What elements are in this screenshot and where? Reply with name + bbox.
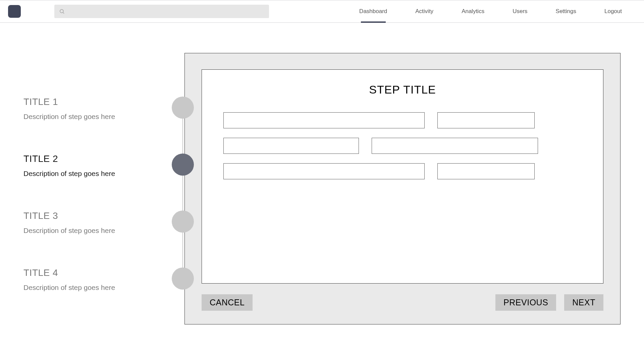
step-desc: Description of step goes here xyxy=(23,113,184,121)
nav-dashboard[interactable]: Dashboard xyxy=(345,0,401,22)
header: Dashboard Activity Analytics Users Setti… xyxy=(0,0,644,23)
nav-activity[interactable]: Activity xyxy=(401,0,447,22)
search-icon xyxy=(59,8,65,14)
svg-line-1 xyxy=(63,12,64,13)
step-desc: Description of step goes here xyxy=(23,284,184,292)
nav-logout[interactable]: Logout xyxy=(590,0,636,22)
step-item-3[interactable]: TITLE 3 Description of step goes here xyxy=(23,210,184,235)
step-desc: Description of step goes here xyxy=(23,227,184,235)
search-container[interactable] xyxy=(54,5,269,18)
step-dot xyxy=(172,267,194,290)
previous-button[interactable]: PREVIOUS xyxy=(495,294,556,311)
search-input[interactable] xyxy=(67,9,264,14)
main: TITLE 1 Description of step goes here TI… xyxy=(0,23,644,324)
form-row-2 xyxy=(223,138,582,154)
step-title: TITLE 2 xyxy=(23,154,184,164)
form-row-3 xyxy=(223,163,582,179)
form-title: STEP TITLE xyxy=(223,83,582,96)
form-field-1[interactable] xyxy=(223,112,425,128)
step-dot xyxy=(172,97,194,119)
step-title: TITLE 4 xyxy=(23,267,184,278)
form-field-5[interactable] xyxy=(223,163,425,179)
step-dot xyxy=(172,210,194,233)
next-button[interactable]: NEXT xyxy=(564,294,603,311)
step-desc: Description of step goes here xyxy=(23,170,184,178)
step-title: TITLE 3 xyxy=(23,210,184,221)
svg-point-0 xyxy=(60,9,63,13)
content-panel: STEP TITLE CANCEL PREVIOUS NEXT xyxy=(184,53,621,324)
button-row: CANCEL PREVIOUS NEXT xyxy=(202,294,603,311)
nav-analytics[interactable]: Analytics xyxy=(447,0,498,22)
form-field-2[interactable] xyxy=(437,112,535,128)
nav-users[interactable]: Users xyxy=(498,0,541,22)
step-dot xyxy=(172,154,194,176)
steps-sidebar: TITLE 1 Description of step goes here TI… xyxy=(23,53,184,324)
form-card: STEP TITLE xyxy=(202,69,603,284)
step-item-1[interactable]: TITLE 1 Description of step goes here xyxy=(23,97,184,121)
nav-links: Dashboard Activity Analytics Users Setti… xyxy=(345,0,636,22)
cancel-button[interactable]: CANCEL xyxy=(202,294,253,311)
form-field-6[interactable] xyxy=(437,163,535,179)
step-item-2[interactable]: TITLE 2 Description of step goes here xyxy=(23,154,184,178)
form-field-3[interactable] xyxy=(223,138,359,154)
step-connector-line xyxy=(182,107,183,274)
step-item-4[interactable]: TITLE 4 Description of step goes here xyxy=(23,267,184,292)
form-row-1 xyxy=(223,112,582,128)
app-logo[interactable] xyxy=(8,5,21,18)
nav-settings[interactable]: Settings xyxy=(542,0,590,22)
form-field-4[interactable] xyxy=(372,138,538,154)
step-title: TITLE 1 xyxy=(23,97,184,107)
